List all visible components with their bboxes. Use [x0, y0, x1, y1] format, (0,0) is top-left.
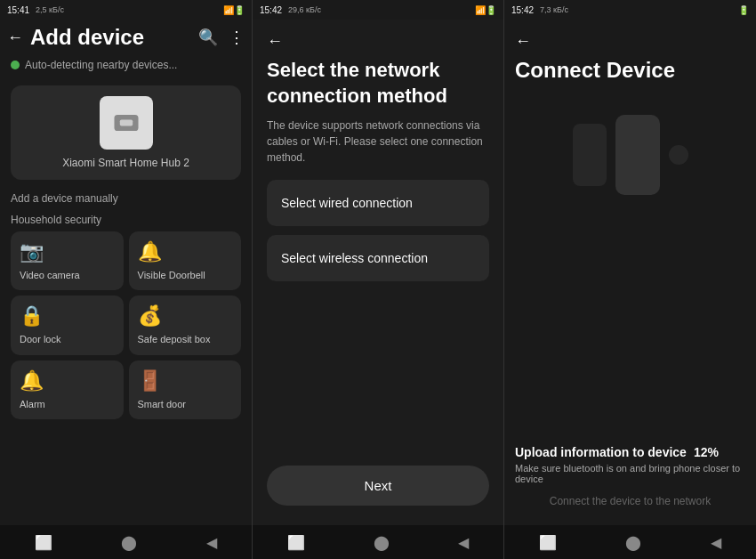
- next-button[interactable]: Next: [267, 466, 489, 506]
- door-lock-label: Door lock: [20, 333, 60, 345]
- grid-item-door-lock[interactable]: 🔒 Door lock: [11, 296, 124, 354]
- data-speed-3: 7,3 кБ/с: [540, 5, 568, 14]
- device-visual-center: [615, 115, 660, 195]
- upload-percentage: 12%: [694, 445, 719, 459]
- grid-item-smart-door[interactable]: 🚪 Smart door: [129, 361, 242, 419]
- device-visual: [515, 115, 745, 195]
- grid-item-doorbell[interactable]: 🔔 Visible Doorbell: [129, 231, 242, 290]
- back-button-1[interactable]: ←: [7, 28, 23, 47]
- time-1: 15:41: [7, 5, 29, 15]
- network-method-desc: The device supports network connections …: [267, 117, 489, 166]
- auto-detect-dot: [11, 61, 20, 69]
- panel3-content: ← Connect Device Upload information to d…: [504, 20, 756, 525]
- panel-network-method: 15:42 29,6 кБ/с 📶🔋 ← Select the network …: [252, 0, 504, 559]
- upload-section: Upload information to device 12% Make su…: [515, 445, 745, 507]
- discovered-device-card[interactable]: Xiaomi Smart Home Hub 2: [11, 85, 241, 180]
- connect-device-title: Connect Device: [515, 58, 745, 83]
- status-bar-2: 15:42 29,6 кБ/с 📶🔋: [253, 0, 503, 20]
- nav-square-1[interactable]: ⬜: [35, 534, 52, 551]
- status-bar-1: 15:41 2,5 кБ/с 📶🔋: [0, 0, 252, 20]
- network-method-title: Select the network connection method: [267, 58, 489, 109]
- smart-door-icon: 🚪: [138, 369, 162, 393]
- more-icon[interactable]: ⋮: [229, 28, 245, 47]
- auto-detect-label: Auto-detecting nearby devices...: [25, 59, 177, 71]
- search-icon[interactable]: 🔍: [198, 28, 218, 47]
- doorbell-icon: 🔔: [138, 240, 162, 263]
- alarm-icon: 🔔: [20, 369, 44, 393]
- back-button-2[interactable]: ←: [267, 28, 489, 58]
- page-title-1: Add device: [30, 25, 191, 50]
- status-icons-3: 🔋: [738, 5, 749, 15]
- panel-add-device: 15:41 2,5 кБ/с 📶🔋 ← Add device 🔍 ⋮ Auto-…: [0, 0, 252, 559]
- status-icons-1: 📶🔋: [223, 5, 245, 15]
- connect-network-link[interactable]: Connect the device to the network: [515, 495, 745, 507]
- safe-label: Safe deposit box: [138, 333, 211, 345]
- nav-home-1[interactable]: ⬤: [121, 534, 137, 551]
- nav-home-2[interactable]: ⬤: [374, 534, 390, 551]
- time-3: 15:42: [511, 5, 534, 15]
- nav-back-3[interactable]: ◀: [711, 534, 721, 551]
- upload-title: Upload information to device: [515, 445, 687, 459]
- data-speed-1: 2,5 кБ/с: [36, 5, 64, 14]
- safe-icon: 💰: [138, 304, 162, 328]
- nav-bar-2: ⬜ ⬤ ◀: [253, 525, 503, 559]
- wired-connection-button[interactable]: Select wired connection: [267, 180, 489, 226]
- device-grid: 📷 Video camera 🔔 Visible Doorbell 🔒 Door…: [0, 231, 252, 419]
- device-visual-left: [573, 124, 607, 186]
- panel2-content: ← Select the network connection method T…: [253, 20, 503, 525]
- auto-detect-row: Auto-detecting nearby devices...: [0, 55, 252, 78]
- nav-bar-3: ⬜ ⬤ ◀: [504, 525, 756, 559]
- alarm-label: Alarm: [20, 398, 45, 410]
- add-manually-link[interactable]: Add a device manually: [0, 187, 252, 210]
- data-speed-2: 29,6 кБ/с: [288, 5, 321, 14]
- nav-square-2[interactable]: ⬜: [287, 534, 305, 551]
- wireless-connection-button[interactable]: Select wireless connection: [267, 235, 489, 281]
- svg-rect-1: [119, 119, 132, 126]
- device-name: Xiaomi Smart Home Hub 2: [62, 157, 189, 169]
- grid-item-alarm[interactable]: 🔔 Alarm: [11, 361, 124, 419]
- back-button-3[interactable]: ←: [515, 28, 745, 58]
- grid-item-safe[interactable]: 💰 Safe deposit box: [129, 296, 242, 354]
- smart-door-label: Smart door: [138, 398, 186, 410]
- door-lock-icon: 🔒: [20, 304, 44, 328]
- device-visual-right: [669, 145, 688, 165]
- toolbar-1: ← Add device 🔍 ⋮: [0, 20, 252, 55]
- panel-connect-device: 15:42 7,3 кБ/с 🔋 ← Connect Device Upload…: [504, 0, 756, 559]
- nav-bar-1: ⬜ ⬤ ◀: [0, 525, 252, 559]
- panel2-bottom: Next: [267, 466, 489, 516]
- video-camera-icon: 📷: [20, 240, 44, 263]
- hub-icon: [110, 107, 142, 139]
- nav-square-3[interactable]: ⬜: [539, 534, 557, 551]
- nav-back-1[interactable]: ◀: [206, 534, 217, 551]
- status-bar-3: 15:42 7,3 кБ/с 🔋: [504, 0, 756, 20]
- grid-item-video-camera[interactable]: 📷 Video camera: [11, 231, 124, 290]
- nav-back-2[interactable]: ◀: [458, 534, 469, 551]
- upload-subtitle: Make sure bluetooth is on and bring phon…: [515, 463, 745, 484]
- time-2: 15:42: [260, 5, 282, 15]
- doorbell-label: Visible Doorbell: [138, 269, 205, 281]
- video-camera-label: Video camera: [20, 269, 80, 281]
- device-icon-box: [100, 96, 153, 150]
- household-security-label: Household security: [0, 210, 252, 231]
- nav-home-3[interactable]: ⬤: [625, 534, 641, 551]
- status-icons-2: 📶🔋: [475, 5, 496, 15]
